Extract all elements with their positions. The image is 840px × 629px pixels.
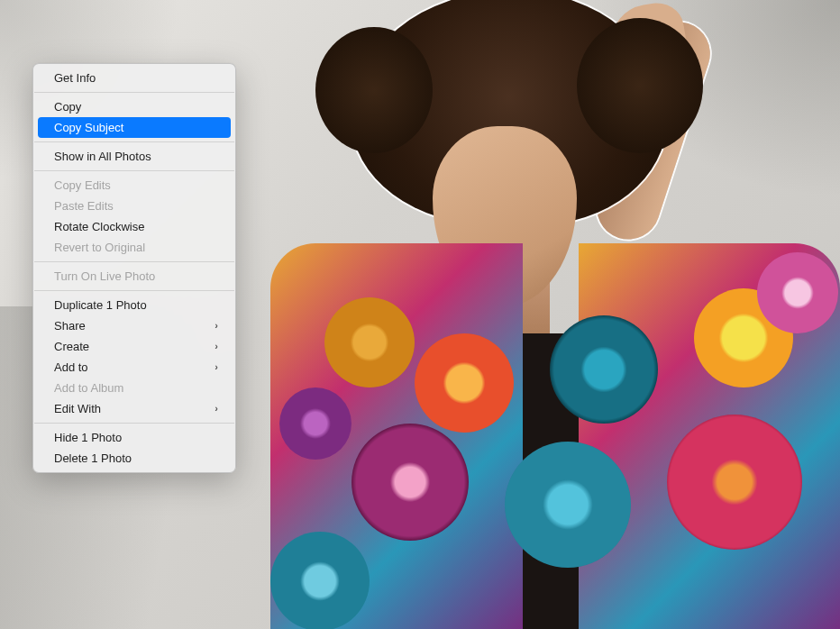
menu-item-label: Revert to Original (54, 240, 145, 255)
menu-item-paste-edits: Paste Edits (38, 196, 231, 216)
jacket-pattern (415, 333, 514, 433)
menu-item-label: Rotate Clockwise (54, 219, 144, 234)
menu-item-label: Share (54, 318, 86, 333)
menu-item-label: Hide 1 Photo (54, 430, 122, 445)
photo-subject (270, 0, 840, 629)
menu-item-add-to-album: Add to Album (38, 378, 231, 398)
menu-item-label: Paste Edits (54, 198, 114, 214)
jacket-pattern (550, 315, 658, 424)
menu-item-label: Delete 1 Photo (54, 451, 132, 466)
menu-item-rotate-clockwise[interactable]: Rotate Clockwise (38, 216, 231, 237)
menu-separator (34, 141, 234, 142)
jacket-pattern (667, 415, 802, 550)
menu-item-label: Show in All Photos (54, 149, 151, 164)
menu-item-label: Copy Subject (54, 120, 123, 135)
jacket-pattern (270, 532, 370, 629)
menu-item-share[interactable]: Share› (38, 315, 231, 336)
menu-separator (34, 170, 234, 171)
menu-item-hide-1-photo[interactable]: Hide 1 Photo (38, 427, 231, 448)
menu-item-label: Get Info (54, 70, 96, 86)
menu-item-edit-with[interactable]: Edit With› (38, 398, 231, 419)
menu-item-label: Create (54, 339, 89, 354)
menu-separator (34, 92, 234, 93)
menu-item-copy-edits: Copy Edits (38, 175, 231, 196)
menu-item-create[interactable]: Create› (38, 336, 231, 357)
menu-item-label: Add to (54, 360, 88, 375)
menu-item-label: Edit With (54, 401, 101, 416)
menu-item-label: Add to Album (54, 380, 123, 396)
jacket-pattern (505, 442, 631, 568)
jacket-pattern (757, 252, 838, 333)
jacket-pattern (324, 297, 415, 387)
menu-item-label: Copy (54, 99, 81, 114)
menu-item-revert-to-original: Revert to Original (38, 237, 231, 258)
chevron-right-icon: › (215, 401, 218, 416)
jacket-pattern (279, 387, 352, 460)
menu-item-delete-1-photo[interactable]: Delete 1 Photo (38, 448, 231, 469)
menu-item-duplicate-1-photo[interactable]: Duplicate 1 Photo (38, 295, 231, 315)
menu-item-turn-on-live-photo: Turn On Live Photo (38, 266, 231, 287)
menu-item-add-to[interactable]: Add to› (38, 357, 231, 378)
menu-item-label: Copy Edits (54, 178, 111, 193)
menu-item-label: Duplicate 1 Photo (54, 297, 147, 313)
chevron-right-icon: › (215, 318, 218, 333)
menu-separator (34, 261, 234, 262)
menu-separator (34, 290, 234, 291)
menu-item-show-in-all-photos[interactable]: Show in All Photos (38, 146, 231, 167)
chevron-right-icon: › (215, 339, 218, 354)
menu-item-label: Turn On Live Photo (54, 269, 155, 284)
menu-item-get-info[interactable]: Get Info (38, 68, 231, 88)
jacket-pattern (352, 424, 469, 541)
menu-separator (34, 423, 234, 424)
context-menu: Get InfoCopyCopy SubjectShow in All Phot… (32, 63, 236, 473)
menu-item-copy[interactable]: Copy (38, 96, 231, 117)
chevron-right-icon: › (215, 360, 218, 375)
menu-item-copy-subject[interactable]: Copy Subject (38, 117, 231, 138)
